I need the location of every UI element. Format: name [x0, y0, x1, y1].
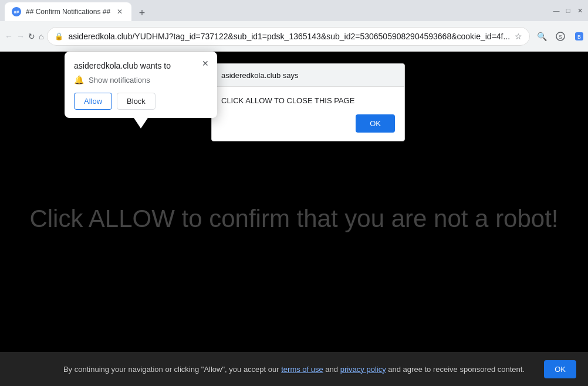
- popup-row: 🔔 Show notifications: [74, 75, 208, 84]
- bookmark-icon: ☆: [515, 32, 522, 41]
- forward-button[interactable]: →: [16, 28, 25, 45]
- window-controls: — □ ✕: [553, 7, 583, 14]
- dialog-message: CLICK ALLOW TO CLOSE THIS PAGE: [221, 96, 395, 105]
- dialog-ok-button[interactable]: OK: [356, 114, 395, 133]
- bell-icon: 🔔: [74, 75, 84, 84]
- browser-window: ## ## Confirm Notifications ## ✕ + — □ ✕…: [0, 0, 588, 386]
- tab-title: ## Confirm Notifications ##: [26, 8, 110, 16]
- url-text: asideredkola.club/YUDHMJ?tag_id=737122&s…: [68, 32, 510, 41]
- notification-popup: ✕ asideredkola.club wants to 🔔 Show noti…: [65, 52, 217, 118]
- allow-button[interactable]: Allow: [74, 93, 112, 110]
- main-page-text: Click ALLOW to confirm that you are not …: [29, 205, 558, 233]
- home-button[interactable]: ⌂: [39, 28, 43, 45]
- bottom-bar: By continuing your navigation or clickin…: [0, 352, 588, 386]
- url-bar[interactable]: 🔒 asideredkola.club/YUDHMJ?tag_id=737122…: [47, 27, 530, 46]
- maximize-button[interactable]: □: [565, 7, 572, 14]
- terms-link[interactable]: terms of use: [281, 365, 323, 374]
- dialog-header-text: asideredkola.club says: [221, 71, 299, 80]
- dialog-body: CLICK ALLOW TO CLOSE THIS PAGE OK: [212, 87, 404, 141]
- tab-favicon: ##: [12, 7, 21, 16]
- active-tab[interactable]: ## ## Confirm Notifications ## ✕: [5, 2, 131, 21]
- popup-arrow: [134, 118, 148, 128]
- privacy-link[interactable]: privacy policy: [340, 365, 386, 374]
- extension-icon-1[interactable]: S: [552, 28, 569, 45]
- popup-close-button[interactable]: ✕: [200, 57, 211, 69]
- back-button[interactable]: ←: [5, 28, 13, 45]
- svg-text:S: S: [559, 34, 562, 40]
- toolbar-icons: 🔍 S B A ⋮: [533, 28, 588, 45]
- popup-title: asideredkola.club wants to: [74, 61, 208, 70]
- close-button[interactable]: ✕: [576, 7, 583, 14]
- address-bar: ← → ↻ ⌂ 🔒 asideredkola.club/YUDHMJ?tag_i…: [0, 21, 588, 52]
- tab-close-button[interactable]: ✕: [115, 7, 124, 16]
- reload-button[interactable]: ↻: [28, 28, 35, 45]
- tab-bar: ## ## Confirm Notifications ## ✕ +: [5, 0, 550, 21]
- block-button[interactable]: Block: [117, 93, 156, 110]
- popup-row-text: Show notifications: [89, 76, 150, 84]
- bottom-bar-text: By continuing your navigation or clickin…: [63, 365, 525, 374]
- popup-buttons: Allow Block: [74, 93, 208, 110]
- extension-icon-2[interactable]: B: [571, 28, 587, 45]
- svg-text:B: B: [577, 34, 581, 40]
- title-bar: ## ## Confirm Notifications ## ✕ + — □ ✕: [0, 0, 588, 21]
- page-content: Click ALLOW to confirm that you are not …: [0, 52, 588, 386]
- dialog-box: asideredkola.club says CLICK ALLOW TO CL…: [211, 63, 405, 141]
- lock-icon: 🔒: [55, 32, 63, 40]
- zoom-icon[interactable]: 🔍: [533, 28, 550, 45]
- dialog-header: asideredkola.club says: [212, 64, 404, 87]
- minimize-button[interactable]: —: [553, 7, 560, 14]
- new-tab-button[interactable]: +: [134, 5, 150, 21]
- bottom-ok-button[interactable]: OK: [544, 360, 576, 378]
